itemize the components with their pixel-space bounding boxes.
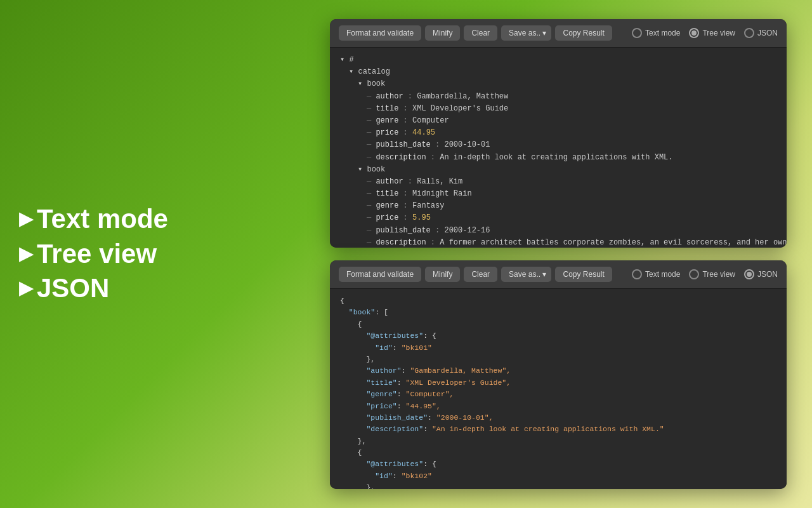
save-as-button-top[interactable]: Save as.. ▾ xyxy=(501,25,551,41)
tree-line: ─ genre : Computer xyxy=(340,115,776,127)
radio-text-mode-label-bottom: Text mode xyxy=(645,270,680,279)
tree-line: ─ description : An in-depth look at crea… xyxy=(340,152,776,164)
tree-line: ▾ catalog xyxy=(340,66,776,78)
json-line: "title": "XML Developer's Guide", xyxy=(340,377,776,389)
tree-view-label: Tree view xyxy=(37,237,157,272)
json-line: { xyxy=(340,319,776,330)
tree-view-arrow-icon: ▶ xyxy=(19,243,33,265)
panels-container: Format and validate Minify Clear Save as… xyxy=(304,0,812,508)
tree-line: ─ price : 5.95 xyxy=(340,212,776,224)
radio-circle-tree-view-top xyxy=(689,28,699,38)
radio-tree-view-label-bottom: Tree view xyxy=(702,270,735,279)
json-panel: Format and validate Minify Clear Save as… xyxy=(330,260,787,489)
json-line: "publish_date": "2000-10-01", xyxy=(340,412,776,424)
json-line: { xyxy=(340,295,776,307)
tree-line: ─ title : Midnight Rain xyxy=(340,188,776,200)
radio-text-mode-bottom[interactable]: Text mode xyxy=(632,269,680,279)
json-line: "book": [ xyxy=(340,307,776,318)
radio-json-label-top: JSON xyxy=(757,29,778,37)
radio-group-top: Text mode Tree view JSON xyxy=(632,28,778,38)
radio-text-mode-top[interactable]: Text mode xyxy=(632,28,680,38)
copy-result-button-top[interactable]: Copy Result xyxy=(555,25,612,41)
json-line: "description": "An in-depth look at crea… xyxy=(340,424,776,435)
json-label: JSON xyxy=(37,271,109,306)
radio-group-bottom: Text mode Tree view JSON xyxy=(632,269,778,279)
radio-json-label-bottom: JSON xyxy=(757,270,778,279)
tree-view-panel: Format and validate Minify Clear Save as… xyxy=(330,19,787,248)
json-arrow-icon: ▶ xyxy=(19,277,33,300)
tree-line: ─ author : Ralls, Kim xyxy=(340,176,776,188)
tree-view-code-area[interactable]: ▾ #▾ catalog▾ book─ author : Gambardella… xyxy=(330,48,787,248)
tree-line: ─ publish_date : 2000-10-01 xyxy=(340,139,776,151)
copy-result-button-bottom[interactable]: Copy Result xyxy=(555,267,612,282)
radio-tree-view-bottom[interactable]: Tree view xyxy=(689,269,735,279)
json-label-item: ▶ JSON xyxy=(19,271,168,306)
radio-circle-json-top xyxy=(744,28,754,38)
save-as-button-bottom[interactable]: Save as.. ▾ xyxy=(501,267,551,282)
json-toolbar: Format and validate Minify Clear Save as… xyxy=(330,260,787,289)
json-line: "genre": "Computer", xyxy=(340,389,776,400)
radio-circle-tree-view-bottom xyxy=(689,269,699,279)
tree-line: ─ price : 44.95 xyxy=(340,127,776,139)
radio-circle-json-bottom xyxy=(744,269,754,279)
json-line: "@attributes": { xyxy=(340,330,776,342)
radio-tree-view-top[interactable]: Tree view xyxy=(689,28,735,38)
json-code-area[interactable]: { "book": [ { "@attributes": { "id": "bk… xyxy=(330,289,787,489)
tree-line: ─ publish_date : 2000-12-16 xyxy=(340,225,776,237)
radio-text-mode-label-top: Text mode xyxy=(645,29,680,37)
json-line: }, xyxy=(340,482,776,489)
json-line: }, xyxy=(340,354,776,365)
minify-button-top[interactable]: Minify xyxy=(425,25,460,41)
json-line: "author": "Gambardella, Matthew", xyxy=(340,365,776,377)
tree-line: ▾ book xyxy=(340,164,776,176)
format-validate-button-top[interactable]: Format and validate xyxy=(339,25,421,41)
tree-view-toolbar: Format and validate Minify Clear Save as… xyxy=(330,19,787,48)
text-mode-label: Text mode xyxy=(37,202,168,237)
minify-button-bottom[interactable]: Minify xyxy=(425,267,460,282)
radio-circle-text-mode-bottom xyxy=(632,269,642,279)
tree-line: ─ author : Gambardella, Matthew xyxy=(340,91,776,103)
tree-line: ▾ book xyxy=(340,78,776,90)
tree-line: ─ title : XML Developer's Guide xyxy=(340,103,776,115)
tree-line: ▾ # xyxy=(340,54,776,66)
radio-tree-view-label-top: Tree view xyxy=(702,29,735,37)
tree-view-label-item: ▶ Tree view xyxy=(19,237,168,272)
tree-line: ─ description : A former architect battl… xyxy=(340,237,776,248)
clear-button-bottom[interactable]: Clear xyxy=(464,267,497,282)
text-mode-label-item: ▶ Text mode xyxy=(19,202,168,237)
text-mode-arrow-icon: ▶ xyxy=(19,208,33,231)
radio-json-top[interactable]: JSON xyxy=(744,28,778,38)
json-line: }, xyxy=(340,436,776,447)
json-line: "id": "bk102" xyxy=(340,471,776,482)
json-line: "@attributes": { xyxy=(340,458,776,470)
clear-button-top[interactable]: Clear xyxy=(464,25,497,41)
tree-line: ─ genre : Fantasy xyxy=(340,200,776,212)
json-line: { xyxy=(340,447,776,458)
json-line: "price": "44.95", xyxy=(340,401,776,412)
json-line: "id": "bk101" xyxy=(340,342,776,354)
radio-circle-text-mode-top xyxy=(632,28,642,38)
left-labels-container: ▶ Text mode ▶ Tree view ▶ JSON xyxy=(19,202,168,306)
radio-json-bottom[interactable]: JSON xyxy=(744,269,778,279)
format-validate-button-bottom[interactable]: Format and validate xyxy=(339,267,421,282)
